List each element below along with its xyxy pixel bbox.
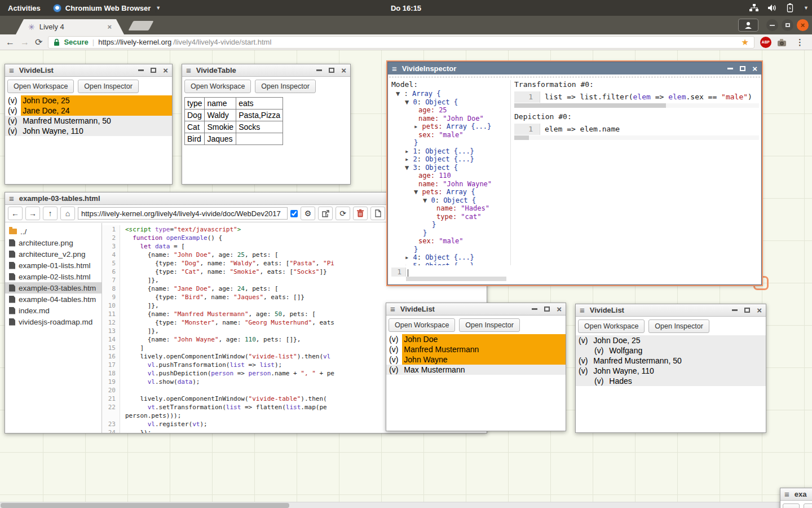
- tree-line[interactable]: age: 110: [391, 172, 510, 180]
- scrollbar-thumb[interactable]: [1, 503, 289, 508]
- file-item[interactable]: architecture.png: [5, 237, 102, 248]
- tree-line[interactable]: }: [391, 246, 510, 254]
- volume-icon[interactable]: [768, 4, 778, 12]
- tree-line[interactable]: ▼ pets: Array {: [391, 188, 510, 196]
- desktop-horizontal-scrollbar[interactable]: [0, 502, 812, 508]
- new-file-button[interactable]: [370, 207, 385, 220]
- tree-line[interactable]: ▼ : Array {: [391, 90, 510, 98]
- table-cell[interactable]: Jaques: [205, 133, 236, 145]
- list-item[interactable]: (v)John Doe: [386, 334, 566, 344]
- close-button[interactable]: ×: [752, 64, 757, 73]
- scrollbar-thumb[interactable]: [514, 135, 529, 140]
- window-titlebar[interactable]: ≡ VivideInspector ×: [388, 62, 761, 75]
- window-menu-icon[interactable]: ≡: [9, 66, 14, 75]
- code-line[interactable]: 9 {type: "Bird", name: "Jaques", eats: […: [102, 293, 487, 301]
- list-item[interactable]: (v)Hades: [576, 376, 766, 386]
- tree-line[interactable]: name: "John Wayne": [391, 180, 510, 189]
- window-maximize-button[interactable]: [782, 19, 793, 31]
- maximize-button[interactable]: [329, 68, 334, 73]
- battery-icon[interactable]: [787, 3, 793, 12]
- clock[interactable]: Do 16:15: [391, 4, 421, 12]
- tree-line[interactable]: sex: "male": [391, 237, 510, 246]
- table-cell[interactable]: [236, 133, 283, 145]
- camera-extension-icon[interactable]: [777, 38, 788, 47]
- delete-button[interactable]: [353, 207, 368, 220]
- minimize-button[interactable]: [316, 69, 322, 71]
- window-menu-icon[interactable]: ≡: [390, 305, 395, 313]
- minimize-button[interactable]: [727, 68, 733, 69]
- file-item[interactable]: example-04-tables.htm: [5, 294, 102, 305]
- editor-hscrollbar[interactable]: [406, 277, 506, 281]
- maximize-button[interactable]: [544, 306, 550, 312]
- close-button[interactable]: ×: [557, 305, 562, 313]
- editor-hscrollbar[interactable]: [514, 135, 759, 140]
- window-minimize-button[interactable]: [766, 19, 778, 31]
- list-item[interactable]: (v)John Doe, 25: [576, 335, 766, 345]
- tab-close-icon[interactable]: ×: [107, 23, 112, 31]
- tree-line[interactable]: name: "John Doe": [391, 115, 510, 123]
- app-menu[interactable]: Chromium Web Browser ▼: [48, 3, 161, 12]
- window-menu-icon[interactable]: ≡: [392, 64, 397, 73]
- open-inspector-button[interactable]: Open Inspector: [255, 80, 315, 93]
- maximize-button[interactable]: [740, 66, 745, 71]
- file-item[interactable]: example-01-lists.html: [5, 260, 102, 271]
- table-cell[interactable]: Pasta,Pizza: [236, 110, 283, 121]
- tree-line[interactable]: ▸ 1: Object {...}: [391, 147, 510, 156]
- table-cell[interactable]: Socks: [236, 121, 283, 133]
- file-item[interactable]: vividesjs-roadmap.md: [5, 316, 102, 327]
- window-menu-icon[interactable]: ≡: [580, 306, 585, 314]
- maximize-button[interactable]: [744, 308, 750, 313]
- back-button[interactable]: ←: [6, 38, 15, 47]
- file-item[interactable]: example-03-tables.htm: [5, 282, 102, 294]
- tree-line[interactable]: }: [391, 229, 510, 238]
- network-tree-icon[interactable]: [749, 4, 759, 12]
- partial-button-2[interactable]: [804, 503, 812, 508]
- list-item[interactable]: (v)Manfred Mustermann, 50: [5, 116, 172, 126]
- adblock-extension-icon[interactable]: ABP: [760, 37, 771, 48]
- table-row[interactable]: CatSmokieSocks: [185, 121, 283, 133]
- list-item[interactable]: (v)Max Mustermann: [386, 365, 566, 375]
- open-inspector-button[interactable]: Open Inspector: [648, 319, 709, 333]
- nav-up-button[interactable]: ↑: [43, 207, 58, 220]
- browser-menu-icon[interactable]: ⋮: [793, 37, 806, 47]
- tree-line[interactable]: ▸ pets: Array {...}: [391, 122, 510, 131]
- omnibox[interactable]: Secure | https://lively-kernel.org/livel…: [48, 36, 754, 49]
- tree-line[interactable]: sex: "male": [391, 131, 510, 139]
- profile-button[interactable]: [738, 19, 758, 32]
- table-cell[interactable]: Cat: [185, 121, 205, 133]
- tree-line[interactable]: }: [391, 221, 510, 229]
- nav-forward-button[interactable]: →: [25, 207, 40, 220]
- window-menu-icon[interactable]: ≡: [186, 66, 191, 75]
- list-item[interactable]: (v)Wolfgang: [576, 345, 766, 356]
- nav-back-button[interactable]: ←: [8, 207, 23, 220]
- open-inspector-button[interactable]: Open Inspector: [78, 80, 138, 93]
- partial-button-1[interactable]: [783, 503, 800, 508]
- settings-gears-button[interactable]: ⚙: [301, 207, 315, 220]
- tree-line[interactable]: }: [391, 139, 510, 147]
- maximize-button[interactable]: [151, 68, 156, 73]
- open-workspace-button[interactable]: Open Workspace: [184, 80, 251, 93]
- bookmark-star-icon[interactable]: ★: [742, 37, 749, 47]
- tab-lively4[interactable]: ✳ Lively 4 ×: [16, 19, 124, 34]
- window-titlebar[interactable]: ≡ VivideTable ×: [182, 64, 350, 77]
- scrollbar-thumb[interactable]: [514, 103, 666, 108]
- list-item[interactable]: (v)John Wayne, 110: [576, 366, 766, 376]
- minimize-button[interactable]: [138, 69, 144, 71]
- code-line[interactable]: 8 {name: "Jane Doe", age: 24, pets: [: [102, 284, 487, 293]
- window-titlebar[interactable]: ≡ VivideList ×: [576, 304, 766, 317]
- open-workspace-button[interactable]: Open Workspace: [7, 80, 74, 93]
- tray-caret-down-icon[interactable]: ▼: [804, 5, 804, 12]
- window-menu-icon[interactable]: ≡: [9, 194, 14, 203]
- transformation-editor[interactable]: 1 list => list.filter(elem => elem.sex =…: [514, 91, 759, 103]
- tree-line[interactable]: ▼ 3: Object {: [391, 164, 510, 172]
- open-workspace-button[interactable]: Open Workspace: [578, 319, 645, 333]
- tree-line[interactable]: ▸ 2: Object {...}: [391, 155, 510, 164]
- editor-hscrollbar[interactable]: [514, 103, 759, 108]
- tree-line[interactable]: age: 25: [391, 106, 510, 115]
- table-cell[interactable]: Bird: [185, 133, 205, 145]
- window-close-button[interactable]: ×: [797, 19, 809, 31]
- table-cell[interactable]: Dog: [185, 110, 205, 121]
- close-button[interactable]: ×: [757, 306, 762, 314]
- file-item[interactable]: ../: [5, 226, 102, 237]
- list-item[interactable]: (v)John Wayne, 110: [5, 126, 172, 136]
